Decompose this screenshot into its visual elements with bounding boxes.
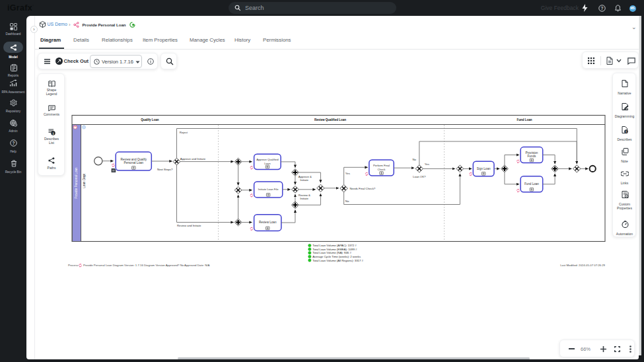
- svg-text:Funds: Funds: [528, 155, 536, 158]
- svg-text:Review and Initiate: Review and Initiate: [177, 224, 201, 227]
- svg-text:Process:: Process:: [68, 264, 79, 267]
- svg-text:Last Modified: 2024-05-07 07:2: Last Modified: 2024-05-07 07:26:29: [560, 264, 605, 267]
- svg-text:Approve &: Approve &: [299, 175, 312, 178]
- svg-text:Initiate: Initiate: [300, 197, 308, 200]
- svg-text:Loan OK?: Loan OK?: [413, 175, 426, 178]
- svg-text:Average Cycle Time (weeks): 2: Average Cycle Time (weeks): 2 weeks: [312, 255, 361, 258]
- svg-text:Provide Personal Loan: Provide Personal Loan: [75, 167, 78, 199]
- svg-text:Loan: Loan: [264, 162, 271, 165]
- svg-text:Review Qualified Loan: Review Qualified Loan: [314, 118, 346, 122]
- svg-text:Check: Check: [378, 168, 386, 171]
- svg-text:Total Loan Volume (APAC): 1372: Total Loan Volume (APAC): 1372 #: [312, 244, 357, 247]
- svg-text:Yes: Yes: [345, 172, 350, 175]
- svg-text:Personal Loan: Personal Loan: [124, 161, 143, 164]
- svg-text:Approve and Initiate: Approve and Initiate: [180, 157, 206, 161]
- svg-text:Total Loan Volume (All Regions: Total Loan Volume (All Regions): 3317 #: [312, 259, 363, 262]
- svg-text:Sign Loan: Sign Loan: [477, 167, 491, 170]
- svg-text:Qualify Loan: Qualify Loan: [141, 118, 159, 122]
- svg-text:Yes: Yes: [425, 163, 429, 166]
- svg-text:Reject: Reject: [180, 131, 188, 134]
- svg-text:Review Loan: Review Loan: [259, 221, 277, 224]
- svg-text:Fund Loan: Fund Loan: [517, 118, 532, 122]
- svg-text:Initiate Loan File: Initiate Loan File: [258, 188, 279, 191]
- svg-text:Next Steps?: Next Steps?: [157, 168, 173, 171]
- svg-text:No: No: [412, 158, 416, 161]
- svg-text:Initiate: Initiate: [300, 178, 308, 182]
- svg-text:Total Loan Volume (NA): 846 #: Total Loan Volume (NA): 846 #: [312, 251, 351, 254]
- svg-text:Total Loan Volume (EMEA): 1099: Total Loan Volume (EMEA): 1099 #: [312, 248, 357, 251]
- svg-text:Needs Final Check?: Needs Final Check?: [350, 187, 376, 190]
- svg-text:No: No: [345, 199, 349, 203]
- svg-text:Review &: Review &: [299, 194, 310, 197]
- svg-text:Fund Loan: Fund Loan: [524, 182, 539, 186]
- svg-text:Loan Dept: Loan Dept: [83, 173, 86, 188]
- svg-text:Provide Personal Loan Diagram: Provide Personal Loan Diagram Version: 1…: [83, 264, 209, 267]
